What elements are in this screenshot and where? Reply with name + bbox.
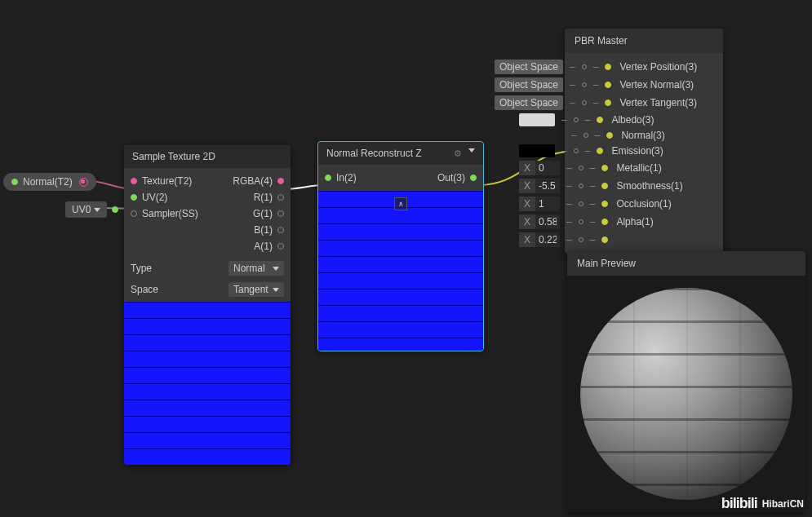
- gear-icon[interactable]: ⚙: [454, 148, 462, 159]
- output-g[interactable]: G(1): [207, 205, 291, 222]
- master-input-0[interactable]: Object Space––Vertex Position(3): [565, 58, 723, 76]
- input-port[interactable]: [605, 82, 611, 88]
- collapse-icon[interactable]: [468, 148, 475, 152]
- input-port[interactable]: [601, 236, 608, 243]
- master-input-4[interactable]: ––Normal(3): [565, 128, 723, 143]
- node-title: Normal Reconstruct Z: [326, 148, 422, 159]
- port-small: [583, 133, 588, 138]
- output-r[interactable]: R(1): [207, 189, 291, 205]
- input-in[interactable]: In(2): [318, 170, 401, 186]
- color-swatch[interactable]: [519, 144, 555, 157]
- type-dropdown[interactable]: Normal: [229, 261, 284, 276]
- node-preview: ∧: [318, 191, 483, 351]
- input-texture[interactable]: Texture(T2): [124, 173, 207, 189]
- node-title: PBR Master: [565, 29, 723, 53]
- port-dot: [11, 179, 18, 185]
- master-input-6[interactable]: X––Metallic(1): [565, 159, 723, 177]
- input-port[interactable]: [605, 64, 611, 70]
- port-small: [579, 183, 583, 188]
- input-port[interactable]: [601, 219, 608, 225]
- input-uv[interactable]: UV(2): [124, 189, 207, 205]
- watermark: bilibili HibariCN: [721, 495, 804, 512]
- space-label: Space: [131, 284, 158, 295]
- output-out[interactable]: Out(3): [401, 170, 483, 186]
- port-label: Alpha(1): [616, 216, 653, 228]
- input-sampler[interactable]: Sampler(SS): [124, 205, 207, 222]
- master-input-8[interactable]: X––Occlusion(1): [565, 195, 723, 213]
- input-port[interactable]: [601, 201, 608, 207]
- port-label: Smoothness(1): [616, 180, 682, 192]
- bilibili-logo: bilibili: [721, 495, 757, 512]
- dropdown-icon: [94, 208, 100, 212]
- node-pbr-master[interactable]: PBR Master Object Space––Vertex Position…: [565, 29, 723, 254]
- port-label: Emission(3): [611, 145, 663, 157]
- color-swatch[interactable]: [519, 113, 555, 126]
- space-chip: Object Space: [495, 95, 563, 110]
- port-label: Vertex Normal(3): [619, 79, 694, 91]
- input-port[interactable]: [597, 117, 603, 123]
- output-port[interactable]: [112, 206, 118, 213]
- port-small: [579, 201, 583, 206]
- master-input-10[interactable]: X––: [565, 231, 723, 249]
- space-dropdown[interactable]: Tangent: [229, 282, 284, 297]
- port-small: [582, 100, 587, 105]
- port-small: [579, 219, 583, 224]
- port-label: Vertex Position(3): [619, 61, 697, 73]
- space-chip: Object Space: [495, 60, 563, 74]
- master-input-3[interactable]: ––Albedo(3): [565, 112, 723, 128]
- node-title: Sample Texture 2D: [124, 145, 291, 168]
- number-field[interactable]: [535, 179, 560, 193]
- master-input-5[interactable]: ––Emission(3): [565, 143, 723, 159]
- master-input-7[interactable]: X––Smoothness(1): [565, 177, 723, 195]
- port-label: Vertex Tangent(3): [619, 97, 697, 108]
- output-a[interactable]: A(1): [207, 238, 291, 254]
- master-input-2[interactable]: Object Space––Vertex Tangent(3): [565, 94, 723, 112]
- output-port[interactable]: [79, 178, 88, 187]
- preview-sphere: [580, 288, 792, 500]
- main-preview-panel[interactable]: Main Preview: [567, 251, 805, 512]
- port-label: Normal(3): [621, 130, 664, 141]
- number-field[interactable]: [535, 161, 560, 175]
- port-label: Metallic(1): [616, 162, 661, 174]
- type-label: Type: [131, 263, 152, 274]
- number-field[interactable]: [535, 214, 560, 229]
- port-small: [574, 117, 579, 122]
- pill-label: Normal(T2): [23, 176, 73, 188]
- preview-viewport[interactable]: [567, 276, 805, 512]
- value-input[interactable]: X: [519, 161, 560, 175]
- watermark-text: HibariCN: [762, 498, 804, 510]
- port-small: [582, 64, 587, 69]
- preview-title: Main Preview: [567, 251, 805, 276]
- output-b[interactable]: B(1): [207, 222, 291, 238]
- port-label: Albedo(3): [611, 114, 654, 126]
- property-pill-normal[interactable]: Normal(T2): [3, 173, 96, 191]
- output-rgba[interactable]: RGBA(4): [207, 173, 291, 189]
- input-port[interactable]: [606, 132, 613, 139]
- node-preview: [124, 302, 291, 465]
- space-chip: Object Space: [495, 77, 563, 92]
- value-input[interactable]: X: [519, 179, 560, 193]
- input-port[interactable]: [597, 148, 603, 154]
- value-input[interactable]: X: [519, 197, 560, 211]
- input-port[interactable]: [601, 183, 608, 189]
- number-field[interactable]: [535, 232, 560, 247]
- input-port[interactable]: [601, 165, 608, 171]
- master-input-1[interactable]: Object Space––Vertex Normal(3): [565, 76, 723, 94]
- input-port[interactable]: [605, 99, 611, 106]
- port-small: [579, 237, 583, 242]
- master-input-9[interactable]: X––Alpha(1): [565, 213, 723, 231]
- collapse-button[interactable]: ∧: [394, 197, 407, 210]
- port-small: [574, 148, 579, 153]
- node-normal-reconstruct-z[interactable]: Normal Reconstruct Z ⚙ In(2) Out(3) ∧: [317, 141, 484, 351]
- node-sample-texture-2d[interactable]: Sample Texture 2D Texture(T2) UV(2) Samp…: [124, 145, 291, 465]
- port-label: Occlusion(1): [616, 198, 671, 210]
- value-input[interactable]: X: [519, 214, 560, 229]
- uv-dropdown[interactable]: UV0: [65, 201, 107, 218]
- port-small: [579, 166, 583, 170]
- value-input[interactable]: X: [519, 232, 560, 247]
- number-field[interactable]: [535, 197, 560, 211]
- uv-label: UV0: [72, 204, 91, 215]
- port-small: [582, 82, 587, 87]
